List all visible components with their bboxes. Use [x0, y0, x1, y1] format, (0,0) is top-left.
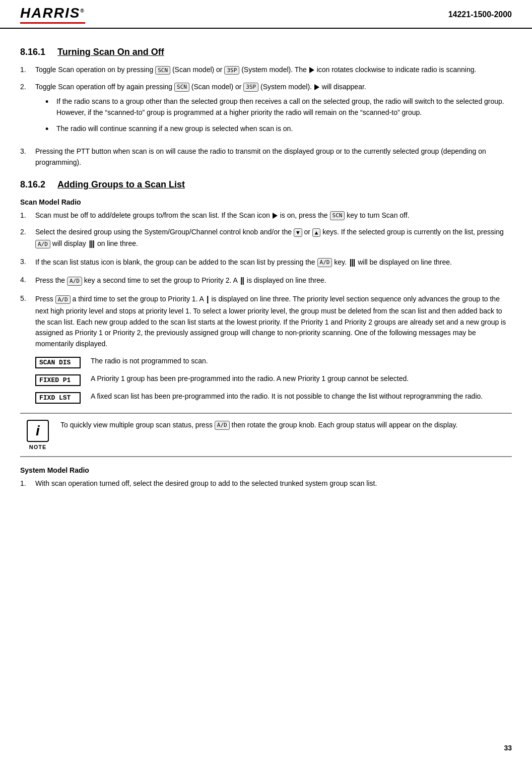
list-item: 2. Toggle Scan operation off by again pr…	[20, 82, 512, 140]
3sp-key: 3SP	[224, 66, 239, 75]
scan-bars-iii: |||	[350, 257, 355, 269]
logo-tm: ®	[80, 8, 85, 14]
play-icon	[309, 67, 314, 73]
list-content: Select the desired group using the Syste…	[35, 227, 512, 250]
list-num: 2.	[20, 82, 35, 140]
list-content: With scan operation turned off, select t…	[35, 478, 512, 489]
ad-key: A/D	[55, 295, 71, 304]
display-desc-fixed-p1: A Priority 1 group has been pre-programm…	[91, 373, 512, 385]
display-desc-scan-dis: The radio is not programmed to scan.	[91, 356, 512, 367]
bullet-list: • If the radio scans to a group other th…	[45, 96, 512, 135]
scan-bars-ii: ||	[240, 275, 244, 287]
list-num: 5.	[20, 293, 35, 350]
list-num: 1.	[20, 210, 35, 221]
bullet-icon: •	[45, 96, 56, 118]
section-8-16-1-list: 1. Toggle Scan operation on by pressing …	[20, 65, 512, 168]
list-content: Toggle Scan operation on by pressing SCN…	[35, 65, 512, 76]
list-item: 1. With scan operation turned off, selec…	[20, 478, 512, 489]
list-num: 3.	[20, 146, 35, 168]
note-label: NOTE	[29, 444, 47, 450]
list-item: 5. Press A/D a third time to set the gro…	[20, 293, 512, 350]
play-icon	[314, 84, 319, 90]
list-content: If the scan list status icon is blank, t…	[35, 257, 512, 269]
page-number: 33	[504, 744, 512, 752]
list-content: Press A/D a third time to set the group …	[35, 293, 512, 350]
logo-underline	[20, 22, 85, 24]
logo-area: HARRIS®	[20, 5, 85, 24]
scan-model-label: Scan Model Radio	[20, 198, 512, 206]
note-text: To quickly view multiple group scan stat…	[60, 420, 512, 431]
ad-key: A/D	[35, 240, 50, 248]
list-item: • If the radio scans to a group other th…	[45, 96, 512, 118]
up-arrow-key: ▲	[312, 228, 321, 237]
section-8-16-2-number: 8.16.2	[20, 179, 45, 189]
display-code-scan-dis: SCAN DIS	[35, 357, 81, 368]
section-8-16-2-title: Adding Groups to a Scan List	[57, 179, 185, 189]
section-8-16-2-heading: 8.16.2Adding Groups to a Scan List	[20, 179, 512, 190]
list-content: Pressing the PTT button when scan is on …	[35, 146, 512, 168]
list-num: 3.	[20, 257, 35, 269]
display-desc-fixd-lst: A fixed scan list has been pre-programme…	[91, 391, 512, 402]
play-icon	[273, 213, 278, 219]
section-8-16-2-list: 1. Scan must be off to add/delete groups…	[20, 210, 512, 350]
note-i-letter: i	[36, 423, 40, 439]
ad-key: A/D	[67, 277, 82, 285]
note-box: i NOTE To quickly view multiple group sc…	[20, 413, 512, 457]
logo: HARRIS®	[20, 5, 85, 24]
section-8-16-1-heading: 8.16.1Turning Scan On and Off	[20, 47, 512, 57]
scn-key: SCN	[174, 83, 189, 91]
doc-number: 14221-1500-2000	[448, 10, 512, 19]
list-num: 1.	[20, 478, 35, 489]
display-row-scan-dis: SCAN DIS The radio is not programmed to …	[35, 356, 512, 368]
page-footer: 33	[504, 744, 512, 752]
list-item: 1. Toggle Scan operation on by pressing …	[20, 65, 512, 76]
page-container: HARRIS® 14221-1500-2000 8.16.1Turning Sc…	[0, 0, 532, 761]
3sp-key: 3SP	[243, 83, 258, 91]
list-item: • The radio will continue scanning if a …	[45, 123, 512, 135]
system-model-label: System Model Radio	[20, 466, 512, 474]
list-num: 2.	[20, 227, 35, 250]
list-item: 1. Scan must be off to add/delete groups…	[20, 210, 512, 221]
note-icon: i	[27, 420, 49, 442]
bullet-content: If the radio scans to a group other than…	[56, 96, 512, 118]
scan-bars-iii: |||	[89, 238, 94, 250]
scn-key: SCN	[155, 66, 170, 75]
list-content: Toggle Scan operation off by again press…	[35, 82, 512, 140]
bullet-icon: •	[45, 123, 56, 135]
ad-key: A/D	[317, 258, 332, 267]
display-code-fixd-lst: FIXD LST	[35, 392, 81, 404]
page-header: HARRIS® 14221-1500-2000	[0, 0, 532, 29]
system-model-list: 1. With scan operation turned off, selec…	[20, 478, 512, 489]
content-area: 8.16.1Turning Scan On and Off 1. Toggle …	[0, 29, 532, 505]
list-item: 3. Pressing the PTT button when scan is …	[20, 146, 512, 168]
logo-text: HARRIS®	[20, 5, 85, 21]
section-8-16-1-number: 8.16.1	[20, 47, 45, 57]
down-arrow-key: ▼	[294, 228, 302, 237]
list-content: Press the A/D key a second time to set t…	[35, 275, 512, 287]
list-item: 2. Select the desired group using the Sy…	[20, 227, 512, 250]
logo-name: HARRIS	[20, 5, 80, 21]
list-num: 4.	[20, 275, 35, 287]
scn-key: SCN	[330, 211, 345, 220]
list-content: Scan must be off to add/delete groups to…	[35, 210, 512, 221]
display-code-fixed-p1: FIXED P1	[35, 374, 81, 386]
display-row-fixed-p1: FIXED P1 A Priority 1 group has been pre…	[35, 373, 512, 386]
list-item: 3. If the scan list status icon is blank…	[20, 257, 512, 269]
ad-key-note: A/D	[215, 421, 230, 429]
section-8-16-1-title: Turning Scan On and Off	[57, 47, 164, 57]
display-codes-table: SCAN DIS The radio is not programmed to …	[35, 356, 512, 404]
display-row-fixd-lst: FIXD LST A fixed scan list has been pre-…	[35, 391, 512, 404]
list-item: 4. Press the A/D key a second time to se…	[20, 275, 512, 287]
note-icon-wrap: i NOTE	[20, 420, 55, 450]
list-num: 1.	[20, 65, 35, 76]
scan-bars-i: |	[207, 293, 208, 306]
bullet-content: The radio will continue scanning if a ne…	[56, 123, 512, 135]
